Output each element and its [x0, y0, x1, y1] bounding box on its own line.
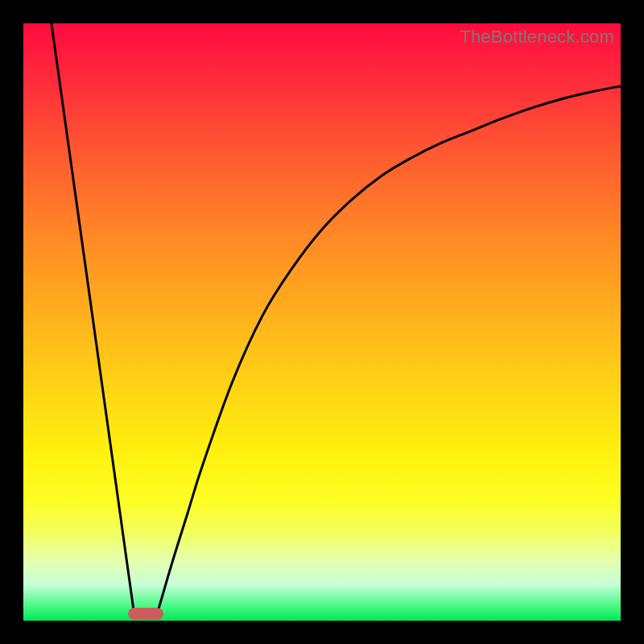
curve-layer	[23, 23, 621, 621]
left-line-path	[52, 23, 134, 612]
bottleneck-marker	[128, 608, 164, 620]
plot-area: TheBottleneck.com	[23, 23, 621, 621]
right-curve-path	[158, 86, 621, 612]
chart-frame: TheBottleneck.com	[0, 0, 644, 644]
